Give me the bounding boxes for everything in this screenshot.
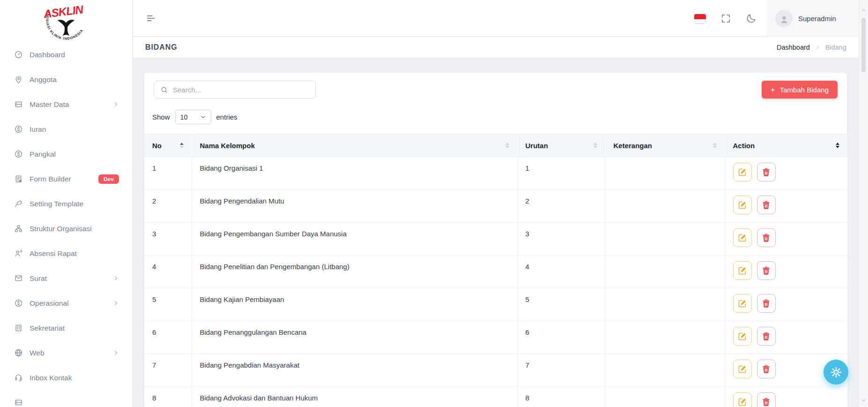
table-row: 5 Bidang Kajian Pembiayaan 5 xyxy=(144,288,847,321)
page-content: + Tambah Bidang Show 10 entries No Nama … xyxy=(133,58,859,407)
cell-action xyxy=(725,321,847,354)
scrollbar-thumb[interactable] xyxy=(861,18,866,72)
coin-icon xyxy=(14,299,23,308)
edit-button[interactable] xyxy=(733,196,752,214)
delete-button[interactable] xyxy=(757,196,776,214)
fullscreen-icon[interactable] xyxy=(720,13,731,24)
tambah-bidang-label: Tambah Bidang xyxy=(780,86,829,94)
cell-keterangan xyxy=(605,223,725,256)
entries-per-page-select[interactable]: 10 xyxy=(175,110,211,124)
sidebar-item-label: Dashboard xyxy=(30,51,65,59)
show-label: Show xyxy=(152,113,170,121)
sidebar-item-label: Inbox Kontak xyxy=(30,374,72,382)
cell-no: 7 xyxy=(144,354,192,387)
mail-icon xyxy=(14,274,23,283)
edit-pencil-icon xyxy=(737,299,747,309)
edit-button[interactable] xyxy=(733,360,752,378)
whale-tail-shape xyxy=(57,20,74,36)
user-menu[interactable]: Superadmin xyxy=(767,0,859,37)
edit-button[interactable] xyxy=(733,327,752,346)
sidebar-item-label: Setting Template xyxy=(30,200,83,208)
sidebar-item-dashboard[interactable]: Dashboard xyxy=(0,42,132,67)
column-header-action[interactable]: Action xyxy=(725,134,847,157)
trash-icon xyxy=(761,364,771,374)
bidang-card: + Tambah Bidang Show 10 entries No Nama … xyxy=(144,73,847,407)
column-header-keterangan[interactable]: Keterangan xyxy=(605,134,725,157)
user-avatar-icon xyxy=(775,10,793,27)
indonesia-flag-icon[interactable] xyxy=(694,14,706,23)
topbar: Superadmin xyxy=(133,0,859,37)
delete-button[interactable] xyxy=(757,392,776,407)
edit-button[interactable] xyxy=(733,392,752,407)
sidebar-item-setting-template[interactable]: Setting Template xyxy=(0,191,132,216)
sidebar-item-label: Anggota xyxy=(30,75,57,84)
search-input[interactable] xyxy=(173,86,309,94)
delete-button[interactable] xyxy=(757,261,776,280)
delete-button[interactable] xyxy=(757,294,776,313)
breadcrumb-dashboard-link[interactable]: Dashboard xyxy=(777,44,810,51)
trash-icon xyxy=(761,397,771,407)
scroll-up-arrow[interactable] xyxy=(861,8,867,13)
storage-icon xyxy=(14,100,23,109)
sidebar-item-operasional[interactable]: Operasional xyxy=(0,291,132,316)
table-row: 3 Bidang Pengembangan Sumber Daya Manusi… xyxy=(144,223,847,256)
sidebar-item-label: Struktur Organisasi xyxy=(30,225,92,233)
cell-keterangan xyxy=(605,321,725,354)
cell-no: 4 xyxy=(144,256,192,288)
edit-button[interactable] xyxy=(733,163,752,181)
sidebar-item-pangkal[interactable]: Pangkal xyxy=(0,142,132,166)
sidebar-item-label: Master Data xyxy=(30,100,69,109)
column-header-no[interactable]: No xyxy=(144,134,192,157)
member-pin-icon xyxy=(14,75,23,84)
column-label: Urutan xyxy=(526,142,548,150)
sidebar: ASOSIASI KLINIK INDONESIA ASKLIN Dashboa… xyxy=(0,0,133,407)
hamburger-menu-icon[interactable] xyxy=(145,10,161,26)
sidebar-item-partial[interactable] xyxy=(0,390,132,407)
sidebar-item-surat[interactable]: Surat xyxy=(0,266,132,291)
column-header-urutan[interactable]: Urutan xyxy=(517,134,605,157)
edit-button[interactable] xyxy=(733,228,752,247)
sidebar-item-inbox-kontak[interactable]: Inbox Kontak xyxy=(0,365,132,390)
sort-icon xyxy=(709,143,717,148)
breadcrumb: Dashboard Bidang xyxy=(777,44,846,51)
sidebar-item-struktur-organisasi[interactable]: Struktur Organisasi xyxy=(0,216,132,241)
gauge-icon xyxy=(14,50,23,59)
cell-urutan: 5 xyxy=(517,288,605,321)
brush-icon xyxy=(14,199,23,208)
sidebar-item-master-data[interactable]: Master Data xyxy=(0,92,132,117)
moon-icon[interactable] xyxy=(745,13,757,24)
sitemap-icon xyxy=(14,224,23,233)
sidebar-item-absensi-rapat[interactable]: Absensi Rapat xyxy=(0,241,132,266)
asklin-logo-image: ASOSIASI KLINIK INDONESIA ASKLIN xyxy=(40,1,92,45)
sidebar-item-label: Operasional xyxy=(30,299,69,308)
edit-button[interactable] xyxy=(733,294,752,313)
cell-urutan: 4 xyxy=(517,256,605,288)
sidebar-item-anggota[interactable]: Anggota xyxy=(0,67,132,92)
edit-button[interactable] xyxy=(733,261,752,280)
settings-fab-button[interactable] xyxy=(823,360,848,384)
sidebar-item-sekretariat[interactable]: Sekretariat xyxy=(0,316,132,340)
delete-button[interactable] xyxy=(757,327,776,346)
chevron-right-icon xyxy=(815,45,820,50)
asklin-logo[interactable]: ASOSIASI KLINIK INDONESIA ASKLIN xyxy=(0,0,132,41)
cell-keterangan xyxy=(605,157,725,190)
cell-no: 8 xyxy=(144,387,192,407)
scroll-down-arrow[interactable] xyxy=(861,398,867,403)
sidebar-nav: Dashboard Anggota Master Data Iuran Pang… xyxy=(0,42,132,407)
tambah-bidang-button[interactable]: + Tambah Bidang xyxy=(762,81,838,98)
window-scrollbar[interactable] xyxy=(859,0,868,407)
edit-pencil-icon xyxy=(737,364,747,374)
trash-icon xyxy=(761,167,771,177)
cell-urutan: 6 xyxy=(517,321,605,354)
cell-no: 2 xyxy=(144,190,192,223)
column-header-nama-kelompok[interactable]: Nama Kelompok xyxy=(192,134,517,157)
sidebar-item-web[interactable]: Web xyxy=(0,340,132,365)
sidebar-item-form-builder[interactable]: Form Builder Dev xyxy=(0,166,132,191)
sidebar-item-iuran[interactable]: Iuran xyxy=(0,117,132,142)
trash-icon xyxy=(761,332,771,341)
table-row: 7 Bidang Pengabdian Masyarakat 7 xyxy=(144,354,847,387)
delete-button[interactable] xyxy=(757,163,776,181)
delete-button[interactable] xyxy=(757,228,776,247)
column-label: Nama Kelompok xyxy=(200,142,255,150)
delete-button[interactable] xyxy=(757,360,776,378)
